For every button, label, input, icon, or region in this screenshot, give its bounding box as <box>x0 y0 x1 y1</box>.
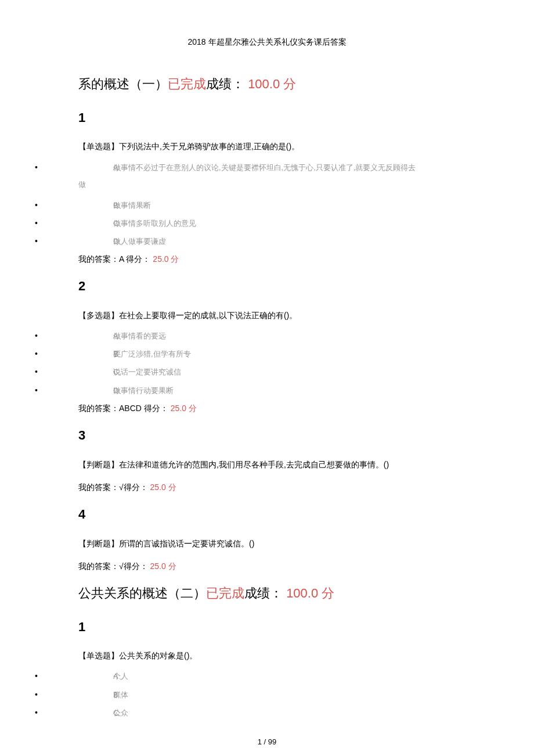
section-title-2: 公共关系的概述（二）已完成成绩： 100.0 分 <box>78 582 456 605</box>
option-a: A、个人 <box>78 669 456 683</box>
option-b: B、群体 <box>78 687 456 702</box>
option-b: B、做事情果断 <box>78 198 456 213</box>
option-text: 做事情果断 <box>113 201 151 210</box>
question-text: 【单选题】下列说法中,关于兄弟骑驴故事的道理,正确的是()。 <box>78 139 456 154</box>
option-text-continued: 做 <box>78 175 456 195</box>
option-text: 做事情多听取别人的意见 <box>113 219 196 228</box>
score-value: 25.0 分 <box>171 404 197 413</box>
answer-prefix: 我的答案： <box>78 404 119 413</box>
score-value: 100.0 分 <box>248 77 296 91</box>
answer-prefix: 我的答案： <box>78 561 119 571</box>
option-label: A、 <box>78 329 113 343</box>
option-c: C、公众 <box>78 705 456 720</box>
option-d: D、做事情行动要果断 <box>78 383 456 398</box>
score-label: 得分： <box>124 483 150 492</box>
content: 系的概述（一）已完成成绩： 100.0 分 1 【单选题】下列说法中,关于兄弟骑… <box>0 73 534 720</box>
status-done: 已完成 <box>168 77 206 91</box>
option-label: D、 <box>78 384 113 397</box>
score-label: 成绩： <box>206 77 248 91</box>
answer-line: 我的答案：A 得分： 25.0 分 <box>78 252 456 267</box>
question-number: 4 <box>78 503 456 526</box>
page-footer: 1 / 99 <box>0 735 534 748</box>
question-text: 【判断题】在法律和道德允许的范围内,我们用尽各种手段,去完成自己想要做的事情。(… <box>78 458 456 472</box>
answer-prefix: 我的答案： <box>78 254 119 264</box>
question-number: 1 <box>78 615 456 639</box>
option-label: A、 <box>78 161 113 174</box>
section-title-text: 公共关系的概述（二） <box>78 586 206 600</box>
option-label: C、 <box>78 365 113 379</box>
option-text: 要广泛涉猎,但学有所专 <box>113 350 191 358</box>
option-label: A、 <box>78 669 113 683</box>
option-text: 做事情看的要远 <box>113 332 166 340</box>
question-number: 1 <box>78 106 456 129</box>
score-label: 得分： <box>126 254 153 264</box>
answer-value: A <box>119 254 126 264</box>
question-text: 【判断题】所谓的言诚指说话一定要讲究诚信。() <box>78 537 456 551</box>
question-number: 2 <box>78 275 456 298</box>
option-text: 做事情不必过于在意别人的议论,关键是要襟怀坦白,无愧于心,只要认准了,就要义无反… <box>113 163 416 172</box>
option-label: C、 <box>78 217 113 230</box>
options-list: A、做事情不必过于在意别人的议论,关键是要襟怀坦白,无愧于心,只要认准了,就要义… <box>78 160 456 249</box>
section-title-1: 系的概述（一）已完成成绩： 100.0 分 <box>78 73 456 96</box>
option-text: 做事情行动要果断 <box>113 386 174 395</box>
score-value: 25.0 分 <box>150 483 176 492</box>
question-text: 【单选题】公共关系的对象是()。 <box>78 649 456 663</box>
option-text: 个人 <box>113 672 128 681</box>
option-a: A、做事情不必过于在意别人的议论,关键是要襟怀坦白,无愧于心,只要认准了,就要义… <box>78 160 456 195</box>
status-done: 已完成 <box>206 586 244 600</box>
question-text: 【多选题】在社会上要取得一定的成就,以下说法正确的有()。 <box>78 308 456 323</box>
option-text: 说话一定要讲究诚信 <box>113 368 181 376</box>
answer-line: 我的答案：√得分： 25.0 分 <box>78 559 456 574</box>
option-label: B、 <box>78 688 113 701</box>
score-label: 得分： <box>144 404 171 413</box>
option-label: D、 <box>78 235 113 248</box>
answer-line: 我的答案：ABCD 得分： 25.0 分 <box>78 401 456 416</box>
answer-line: 我的答案：√得分： 25.0 分 <box>78 480 456 495</box>
score-label: 成绩： <box>244 586 286 600</box>
option-text: 做人做事要谦虚 <box>113 237 166 246</box>
answer-value: ABCD <box>119 404 144 413</box>
option-d: D、做人做事要谦虚 <box>78 234 456 249</box>
section-title-text: 系的概述（一） <box>78 77 168 91</box>
page-header: 2018 年超星尔雅公共关系礼仪实务课后答案 <box>0 35 534 49</box>
score-value: 100.0 分 <box>286 586 334 600</box>
option-c: C、做事情多听取别人的意见 <box>78 216 456 231</box>
option-label: B、 <box>78 199 113 212</box>
answer-prefix: 我的答案： <box>78 483 119 492</box>
question-number: 3 <box>78 424 456 447</box>
option-a: A、做事情看的要远 <box>78 329 456 343</box>
option-text: 公众 <box>113 708 128 717</box>
option-text: 群体 <box>113 690 128 699</box>
option-b: B、要广泛涉猎,但学有所专 <box>78 347 456 361</box>
option-label: C、 <box>78 706 113 719</box>
score-value: 25.0 分 <box>153 254 179 264</box>
answer-value: √ <box>119 483 124 492</box>
score-value: 25.0 分 <box>150 561 176 571</box>
options-list: A、个人 B、群体 C、公众 <box>78 669 456 720</box>
option-c: C、说话一定要讲究诚信 <box>78 365 456 379</box>
score-label: 得分： <box>124 561 150 571</box>
answer-value: √ <box>119 561 124 571</box>
option-label: B、 <box>78 347 113 361</box>
options-list: A、做事情看的要远 B、要广泛涉猎,但学有所专 C、说话一定要讲究诚信 D、做事… <box>78 329 456 398</box>
